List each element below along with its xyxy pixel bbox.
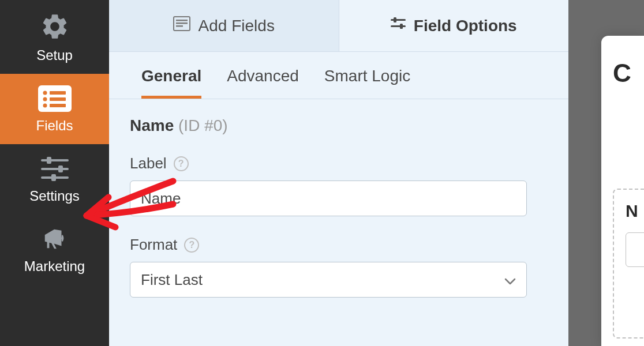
tab-label: Field Options [414,17,517,35]
format-caption: Format ? [130,236,536,254]
tab-label: Add Fields [199,17,275,35]
svg-rect-2 [50,91,66,95]
sidebar-item-setup[interactable]: Setup [0,0,109,74]
preview-card: C N [601,36,644,346]
tab-field-options[interactable]: Field Options [339,0,569,51]
svg-rect-15 [176,22,188,24]
label-caption: Label ? [130,155,536,172]
svg-rect-7 [41,159,69,161]
sidebar-item-label: Fields [0,118,109,134]
svg-rect-14 [176,20,188,21]
sidebar-item-label: Setup [0,47,109,63]
svg-rect-9 [41,168,69,170]
sidebar-item-settings[interactable]: Settings [0,144,109,215]
preview-label-fragment: N [626,201,644,221]
sidebar-item-fields[interactable]: Fields [0,74,109,144]
format-select[interactable]: First Last [130,262,527,298]
svg-point-3 [43,97,47,101]
tab-add-fields[interactable]: Add Fields [109,0,339,51]
bullhorn-icon [0,226,109,253]
help-icon[interactable]: ? [174,156,189,171]
svg-rect-19 [391,25,406,27]
sliders-icon [391,17,406,35]
sidebar-item-label: Settings [0,188,109,204]
field-id: (ID #0) [178,116,228,134]
sliders-icon [0,156,109,182]
svg-rect-18 [394,17,396,22]
svg-rect-6 [50,104,66,107]
svg-rect-16 [176,25,183,27]
list-icon [0,85,109,112]
svg-rect-10 [58,166,63,172]
options-panel: Name (ID #0) Label ? Format ? First Last [109,99,568,298]
gear-icon [0,12,109,42]
form-icon [173,16,190,35]
svg-rect-20 [400,24,403,29]
field-name: Name [130,116,174,134]
label-input[interactable] [130,180,527,216]
preview-title-fragment: C [613,59,631,88]
sub-tab-smart-logic[interactable]: Smart Logic [324,52,410,99]
svg-point-5 [43,104,47,108]
sub-tab-advanced[interactable]: Advanced [227,52,299,99]
sidebar-item-marketing[interactable]: Marketing [0,215,109,285]
preview-input-fragment [626,232,644,267]
chevron-down-icon [504,271,516,289]
preview-field-outline: N [613,189,644,339]
field-title: Name (ID #0) [130,116,536,135]
select-value: First Last [141,271,203,289]
sub-tab-general[interactable]: General [141,52,201,99]
right-gutter: C N [568,0,644,346]
top-tabs: Add Fields Field Options [109,0,568,52]
sidebar-item-label: Marketing [0,258,109,274]
svg-rect-12 [51,174,56,181]
sub-tabs: General Advanced Smart Logic [109,52,568,99]
svg-rect-4 [50,97,66,101]
main-panel: Add Fields Field Options General Advance… [109,0,568,346]
svg-rect-17 [391,19,406,21]
svg-rect-8 [47,157,51,164]
sidebar: Setup Fields Settings Marketing [0,0,109,346]
help-icon[interactable]: ? [184,238,199,253]
svg-point-1 [43,91,47,95]
